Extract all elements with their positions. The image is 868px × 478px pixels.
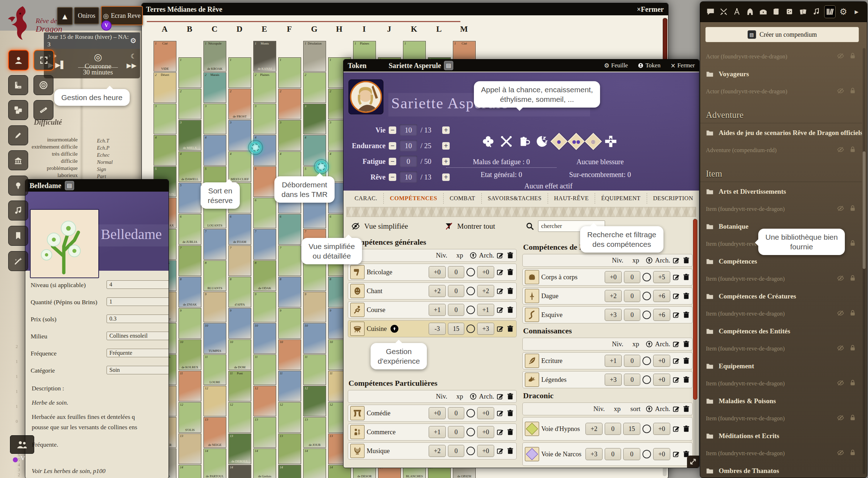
tmr-tile[interactable]: 13: [253, 417, 276, 448]
tmr-tile[interactable]: 4de DAWELL: [179, 151, 201, 182]
tmr-tile[interactable]: 9: [203, 292, 226, 322]
skill-row-course[interactable]: Course +1 0 +1: [348, 301, 517, 318]
compendium-pack[interactable]: Item (foundryvtt-reve-de-dragon): [700, 305, 862, 322]
skill-sort[interactable]: 15: [623, 423, 640, 435]
create-compendium-button[interactable]: ▤ Créer un compendium: [705, 27, 859, 42]
tab-combat[interactable]: COMBAT: [443, 193, 481, 204]
stat-increase-button[interactable]: +: [442, 126, 450, 134]
tmr-tile[interactable]: 3: [303, 104, 326, 134]
sheet-scrollbar[interactable]: [693, 218, 697, 468]
tmr-tile[interactable]: 5: [253, 166, 276, 197]
skill-xp[interactable]: 0: [624, 374, 640, 386]
tmr-tile[interactable]: 13: [179, 433, 201, 464]
dice-roll-button[interactable]: [8, 100, 28, 120]
sheet-titlebar[interactable]: Token Sariette Asperule ▤ ⚙Feuille Token…: [343, 59, 699, 72]
tmr-tile[interactable]: 1Nécropolede KROAK: [203, 41, 226, 72]
tmr-tile[interactable]: 4: [154, 135, 176, 166]
tab-description[interactable]: DESCRIPTION: [647, 193, 699, 204]
skill-arch[interactable]: +0: [653, 355, 670, 367]
trash-icon[interactable]: [506, 428, 514, 436]
skill-niv[interactable]: +1: [605, 355, 622, 367]
skill-xp[interactable]: 15: [448, 323, 464, 335]
journal-tab-icon[interactable]: [771, 6, 782, 18]
skill-xp[interactable]: 0: [448, 304, 464, 316]
edit-icon[interactable]: [672, 311, 680, 319]
field-value-input[interactable]: 1: [107, 297, 169, 306]
skill-row-esquive[interactable]: Esquive +3 0 +6: [522, 306, 693, 323]
trash-icon[interactable]: [682, 405, 690, 413]
tmr-tile[interactable]: 12: [228, 402, 251, 433]
skill-arch[interactable]: +0: [653, 423, 670, 435]
settings-tab-icon[interactable]: ⚙: [838, 6, 849, 18]
edit-icon[interactable]: [672, 273, 680, 281]
skill-arch[interactable]: +5: [653, 271, 670, 283]
map-window-titlebar[interactable]: Terres Médianes de Rêve ×Fermer: [142, 3, 668, 15]
tmr-token-reserve-marker[interactable]: [248, 140, 263, 155]
compendium-tab-icon[interactable]: [824, 5, 836, 18]
playlists-tab-icon[interactable]: [811, 6, 822, 18]
tmr-tile[interactable]: 8de ZNIAK: [179, 277, 201, 307]
trash-icon[interactable]: [682, 357, 690, 365]
skill-row-chant[interactable]: Chant +2 0 +2: [348, 282, 517, 300]
lighting-button[interactable]: [8, 176, 28, 196]
skill-arch[interactable]: +0: [477, 407, 494, 419]
skill-niv[interactable]: +0: [429, 266, 446, 278]
tmr-fatigue-icon[interactable]: ●●: [568, 133, 585, 150]
tmr-tile[interactable]: 13de DEBOUL: [228, 433, 251, 464]
skill-niv[interactable]: -3: [429, 323, 446, 335]
skill-arch[interactable]: +0: [477, 426, 494, 438]
ethylisme-mug-icon[interactable]: [518, 135, 530, 148]
tmr-tile[interactable]: 14de BRULZ: [179, 465, 201, 478]
scenes-tab-icon[interactable]: [732, 6, 742, 18]
skill-xp[interactable]: 0: [624, 355, 640, 367]
time-advance-buttons[interactable]: ☾▶▶: [126, 52, 136, 70]
tables-tab-icon[interactable]: [784, 6, 795, 18]
skill-row-musique[interactable]: Musique +2 0 +0: [348, 442, 517, 459]
trash-icon[interactable]: [506, 393, 514, 400]
tmr-tile[interactable]: 9: [179, 308, 201, 339]
map-close-button[interactable]: ×Fermer: [637, 5, 664, 14]
compendium-pack[interactable]: Item (foundryvtt-reve-de-dragon): [700, 340, 862, 357]
tmr-tile[interactable]: 3: [253, 104, 276, 134]
compendium-source-icon[interactable]: ▤: [444, 61, 453, 70]
filter-slash-icon[interactable]: [444, 222, 454, 230]
level-up-cross-icon[interactable]: [604, 135, 617, 148]
edit-icon[interactable]: [496, 447, 504, 455]
skill-xp[interactable]: 0: [605, 448, 621, 460]
skill-niv[interactable]: +0: [429, 407, 446, 419]
skill-row-com-die[interactable]: Comédie +0 0 +0: [348, 405, 517, 422]
skill-xp[interactable]: 0: [448, 445, 464, 457]
skill-arch[interactable]: +1: [477, 304, 494, 316]
skill-niv[interactable]: +2: [429, 445, 446, 457]
tmr-tile[interactable]: 2Marais: [203, 72, 226, 103]
edit-icon[interactable]: [672, 405, 680, 413]
tmr-tile[interactable]: 9: [253, 292, 276, 322]
skill-check-circle[interactable]: [642, 357, 651, 365]
tmr-tile[interactable]: 3: [203, 104, 226, 134]
tmr-tile[interactable]: 9: [278, 308, 301, 339]
tmr-tile[interactable]: 12: [203, 386, 226, 416]
compendium-pack[interactable]: Item (foundryvtt-reve-de-dragon): [700, 410, 862, 427]
tmr-tile[interactable]: 8: [278, 277, 301, 307]
lock-icon[interactable]: [849, 52, 856, 61]
skill-row-voie-d-hypnos[interactable]: Voie d'Hypnos +2 0 15 +0: [522, 417, 693, 441]
trash-icon[interactable]: [682, 340, 690, 348]
eye-slash-icon[interactable]: [837, 310, 844, 318]
lock-icon[interactable]: [849, 87, 856, 96]
compendium-folder[interactable]: Voyageurs: [700, 65, 862, 83]
skill-xp[interactable]: 0: [448, 285, 464, 297]
lock-icon[interactable]: [849, 379, 856, 388]
trash-icon[interactable]: [506, 287, 514, 295]
belledame-item-image[interactable]: [30, 209, 99, 278]
sidebar-scrollbar[interactable]: [863, 48, 866, 474]
chat-tab-icon[interactable]: [705, 6, 716, 18]
tmr-tile[interactable]: 10: [253, 323, 276, 354]
trash-icon[interactable]: [682, 376, 690, 384]
actors-tab-icon[interactable]: [745, 6, 755, 18]
skill-arch[interactable]: +0: [653, 448, 670, 460]
city-lore-button[interactable]: [8, 150, 28, 170]
eye-slash-icon[interactable]: [837, 275, 844, 284]
tmr-tile[interactable]: 10de DOM: [228, 339, 251, 370]
compendium-folder[interactable]: Compétences de Créatures: [700, 287, 862, 305]
eye-slash-icon[interactable]: [837, 414, 844, 423]
